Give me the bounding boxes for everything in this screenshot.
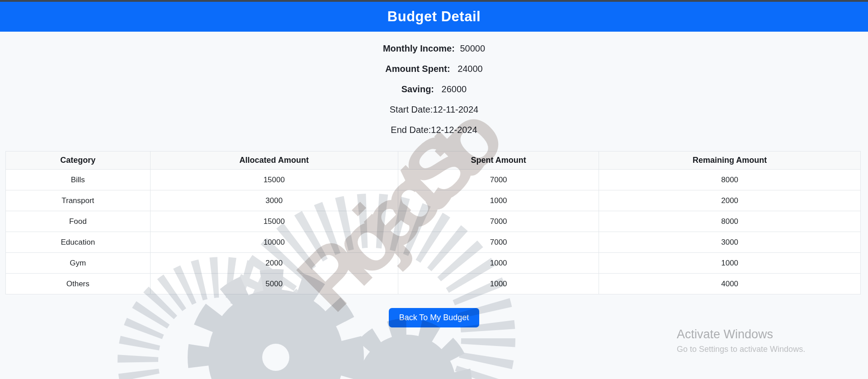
table-row: Gym 2000 1000 1000 bbox=[6, 253, 861, 274]
cell-spent: 1000 bbox=[398, 274, 599, 294]
table-row: Education 10000 7000 3000 bbox=[6, 232, 861, 253]
cell-remaining: 3000 bbox=[599, 232, 861, 253]
cell-remaining: 8000 bbox=[599, 170, 861, 190]
monthly-income-value: 50000 bbox=[460, 43, 485, 53]
table-body: Bills 15000 7000 8000 Transport 3000 100… bbox=[6, 170, 861, 294]
end-date-line: End Date:12-12-2024 bbox=[0, 124, 868, 136]
table-row: Bills 15000 7000 8000 bbox=[6, 170, 861, 190]
cell-spent: 7000 bbox=[398, 211, 599, 232]
budget-summary: Monthly Income: 50000 Amount Spent: 2400… bbox=[0, 32, 868, 136]
saving-label: Saving: bbox=[401, 84, 434, 94]
column-header-remaining: Remaining Amount bbox=[599, 152, 861, 170]
column-header-allocated: Allocated Amount bbox=[150, 152, 398, 170]
cell-allocated: 10000 bbox=[150, 232, 398, 253]
end-date-label: End Date: bbox=[391, 125, 431, 135]
activate-windows-title: Activate Windows bbox=[677, 327, 805, 341]
cell-category: Education bbox=[6, 232, 151, 253]
monthly-income-line: Monthly Income: 50000 bbox=[0, 43, 868, 54]
cell-spent: 7000 bbox=[398, 170, 599, 190]
windows-activation-watermark: Activate Windows Go to Settings to activ… bbox=[677, 327, 805, 354]
monthly-income-label: Monthly Income: bbox=[383, 43, 455, 53]
start-date-label: Start Date: bbox=[390, 104, 433, 114]
cell-category: Others bbox=[6, 274, 151, 294]
amount-spent-line: Amount Spent: 24000 bbox=[0, 63, 868, 75]
amount-spent-value: 24000 bbox=[458, 64, 483, 74]
cell-category: Transport bbox=[6, 190, 151, 211]
actions-bar: Back To My Budget bbox=[0, 308, 868, 327]
cell-spent: 1000 bbox=[398, 253, 599, 274]
cell-remaining: 8000 bbox=[599, 211, 861, 232]
cell-category: Food bbox=[6, 211, 151, 232]
page-title: Budget Detail bbox=[387, 9, 481, 25]
budget-table: Category Allocated Amount Spent Amount R… bbox=[5, 151, 861, 294]
column-header-spent: Spent Amount bbox=[398, 152, 599, 170]
cell-category: Bills bbox=[6, 170, 151, 190]
activate-windows-subtitle: Go to Settings to activate Windows. bbox=[677, 345, 805, 354]
cell-remaining: 2000 bbox=[599, 190, 861, 211]
cell-remaining: 4000 bbox=[599, 274, 861, 294]
saving-value: 26000 bbox=[442, 84, 467, 94]
cell-remaining: 1000 bbox=[599, 253, 861, 274]
app-header: Budget Detail bbox=[0, 2, 868, 32]
saving-line: Saving: 26000 bbox=[0, 83, 868, 95]
amount-spent-label: Amount Spent: bbox=[385, 64, 450, 74]
start-date-line: Start Date:12-11-2024 bbox=[0, 104, 868, 115]
table-row: Food 15000 7000 8000 bbox=[6, 211, 861, 232]
cell-allocated: 3000 bbox=[150, 190, 398, 211]
cell-category: Gym bbox=[6, 253, 151, 274]
table-row: Transport 3000 1000 2000 bbox=[6, 190, 861, 211]
table-row: Others 5000 1000 4000 bbox=[6, 274, 861, 294]
cell-allocated: 2000 bbox=[150, 253, 398, 274]
end-date-value: 12-12-2024 bbox=[431, 125, 477, 135]
cell-spent: 7000 bbox=[398, 232, 599, 253]
cell-allocated: 5000 bbox=[150, 274, 398, 294]
start-date-value: 12-11-2024 bbox=[433, 104, 478, 114]
table-header-row: Category Allocated Amount Spent Amount R… bbox=[6, 152, 861, 170]
cell-allocated: 15000 bbox=[150, 170, 398, 190]
table-header: Category Allocated Amount Spent Amount R… bbox=[6, 152, 861, 170]
cell-allocated: 15000 bbox=[150, 211, 398, 232]
back-to-my-budget-button[interactable]: Back To My Budget bbox=[389, 308, 480, 327]
cell-spent: 1000 bbox=[398, 190, 599, 211]
column-header-category: Category bbox=[6, 152, 151, 170]
